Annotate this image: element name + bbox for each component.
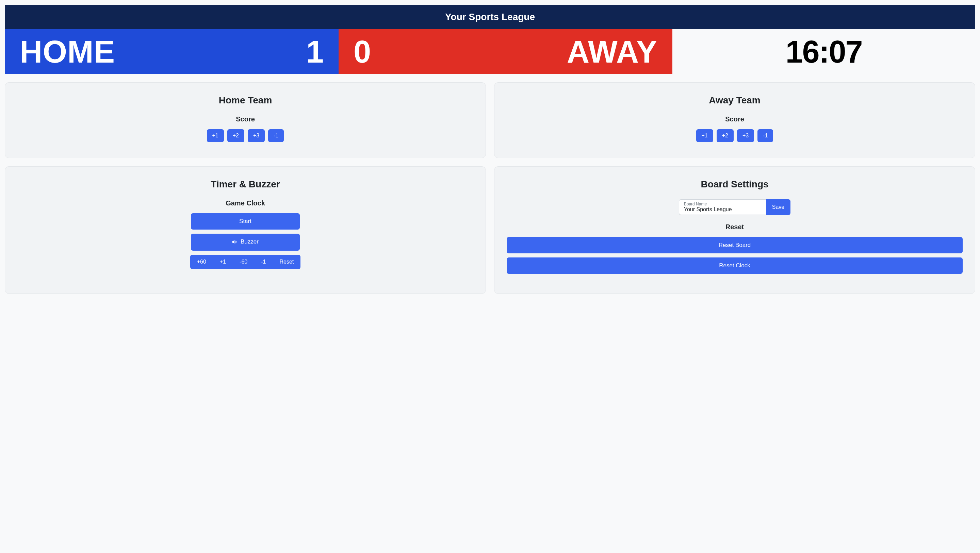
clock-minus-60-button[interactable]: -60 xyxy=(233,255,254,269)
volume-icon xyxy=(232,239,237,246)
buzzer-button[interactable]: Buzzer xyxy=(191,234,300,251)
league-title: Your Sports League xyxy=(5,5,975,29)
clock-panel: 16:07 xyxy=(672,29,975,74)
game-clock-display: 16:07 xyxy=(785,34,862,70)
clock-reset-button[interactable]: Reset xyxy=(272,255,301,269)
board-name-input[interactable] xyxy=(684,207,762,213)
board-settings-title: Board Settings xyxy=(507,179,963,190)
clock-plus-60-button[interactable]: +60 xyxy=(190,255,213,269)
home-score-section: Score +1 +2 +3 -1 xyxy=(18,115,473,142)
home-team-score: 1 xyxy=(306,36,324,67)
home-team-card: Home Team Score +1 +2 +3 -1 xyxy=(5,82,486,158)
game-clock-section: Game Clock Start Buzzer +60 +1 -60 -1 Re… xyxy=(18,199,473,269)
away-team-card: Away Team Score +1 +2 +3 -1 xyxy=(494,82,975,158)
away-minus-1-button[interactable]: -1 xyxy=(757,129,773,142)
clock-adjust-group: +60 +1 -60 -1 Reset xyxy=(190,255,301,269)
clock-minus-1-button[interactable]: -1 xyxy=(254,255,272,269)
away-score-section: Score +1 +2 +3 -1 xyxy=(507,115,963,142)
buzzer-button-label: Buzzer xyxy=(240,238,259,245)
board-name-label: Board Name xyxy=(684,202,707,207)
game-clock-label: Game Clock xyxy=(18,199,473,207)
home-plus-3-button[interactable]: +3 xyxy=(248,129,265,142)
home-plus-1-button[interactable]: +1 xyxy=(207,129,224,142)
board-settings-card: Board Settings Board Name Save Reset Res… xyxy=(494,166,975,294)
away-team-name: AWAY xyxy=(567,36,657,67)
board-name-row: Board Name Save xyxy=(507,199,963,215)
away-plus-3-button[interactable]: +3 xyxy=(737,129,754,142)
away-plus-1-button[interactable]: +1 xyxy=(696,129,713,142)
away-team-score: 0 xyxy=(353,36,371,67)
home-plus-2-button[interactable]: +2 xyxy=(227,129,244,142)
home-team-card-title: Home Team xyxy=(18,95,473,106)
away-team-panel: AWAY 0 xyxy=(339,29,672,74)
reset-clock-button[interactable]: Reset Clock xyxy=(507,257,963,274)
reset-label: Reset xyxy=(507,223,963,231)
timer-card: Timer & Buzzer Game Clock Start Buzzer +… xyxy=(5,166,486,294)
home-team-name: HOME xyxy=(20,36,115,67)
save-board-name-button[interactable]: Save xyxy=(766,199,791,215)
scoreboard: Your Sports League HOME 1 AWAY 0 16:07 xyxy=(5,5,975,74)
clock-plus-1-button[interactable]: +1 xyxy=(213,255,233,269)
timer-card-title: Timer & Buzzer xyxy=(18,179,473,190)
reset-board-button[interactable]: Reset Board xyxy=(507,237,963,253)
home-minus-1-button[interactable]: -1 xyxy=(268,129,284,142)
score-row: HOME 1 AWAY 0 16:07 xyxy=(5,29,975,74)
start-button[interactable]: Start xyxy=(191,213,300,230)
home-score-label: Score xyxy=(18,115,473,123)
control-grid: Home Team Score +1 +2 +3 -1 Away Team Sc… xyxy=(5,82,975,294)
away-team-card-title: Away Team xyxy=(507,95,963,106)
away-plus-2-button[interactable]: +2 xyxy=(717,129,733,142)
reset-section: Reset Reset Board Reset Clock xyxy=(507,223,963,278)
board-name-field[interactable]: Board Name xyxy=(679,199,766,215)
away-score-label: Score xyxy=(507,115,963,123)
away-score-buttons: +1 +2 +3 -1 xyxy=(507,129,963,142)
home-team-panel: HOME 1 xyxy=(5,29,339,74)
home-score-buttons: +1 +2 +3 -1 xyxy=(18,129,473,142)
